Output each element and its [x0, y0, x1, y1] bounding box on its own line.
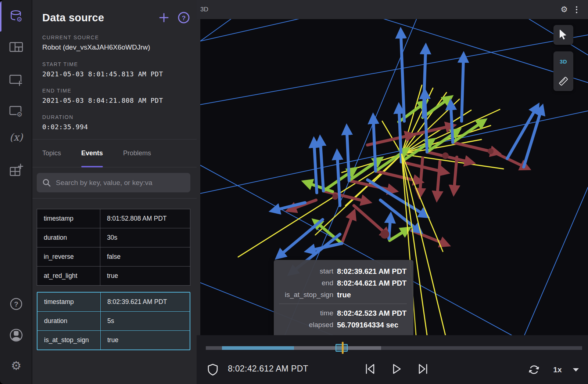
- sidebar-item-layouts[interactable]: [0, 40, 32, 54]
- play-button[interactable]: [389, 361, 404, 377]
- end-time-value: 2021-05-03 8:04:21.808 AM PDT: [42, 97, 187, 104]
- svg-text:⚙: ⚙: [16, 16, 22, 23]
- tooltip-label: start: [279, 265, 333, 277]
- sidebar-item-help[interactable]: ?: [0, 297, 32, 311]
- viewport-title: 3D: [200, 6, 558, 13]
- end-time-label: END TIME: [42, 88, 187, 94]
- sidebar-item-account[interactable]: [0, 327, 32, 343]
- mode-3d-label: 3D: [560, 58, 567, 65]
- sidebar-item-extensions[interactable]: [0, 163, 32, 179]
- event-row: timestamp 8:01:52.808 AM PDT: [37, 209, 190, 228]
- event-row: is_at_stop_sign true: [37, 330, 190, 349]
- tooltip-value: 8:02:39.621 AM PDT: [337, 265, 407, 277]
- chevron-down-icon: [573, 368, 579, 372]
- skip-back-icon: [364, 363, 376, 375]
- seek-forward-button[interactable]: [416, 361, 430, 377]
- help-icon: ?: [9, 297, 24, 311]
- event-row: duration 5s: [37, 311, 190, 330]
- shield-icon: [207, 363, 218, 376]
- current-source-value: Robot (dev_vsXaJAH6X6oWDJrw): [42, 43, 187, 51]
- event-value: true: [100, 267, 190, 285]
- layout-icon: [9, 40, 24, 54]
- playback-bar: 8:02:42.612 AM PDT: [197, 335, 588, 384]
- playback-speed-button[interactable]: 1x: [546, 362, 569, 377]
- settings-gear-icon: ⚙: [11, 360, 22, 372]
- start-time-label: START TIME: [42, 61, 187, 67]
- tab-events[interactable]: Events: [81, 140, 103, 167]
- tab-problems[interactable]: Problems: [123, 140, 151, 167]
- sidebar: ⚙: [0, 0, 32, 384]
- svg-text:⚙: ⚙: [17, 111, 22, 118]
- search-box[interactable]: [37, 173, 190, 192]
- account-icon: [8, 327, 24, 343]
- select-tool-button[interactable]: [553, 25, 573, 45]
- event-row: at_red_light true: [37, 266, 190, 285]
- start-time-value: 2021-05-03 8:01:45.813 AM PDT: [42, 70, 187, 78]
- event-card-selected[interactable]: timestamp 8:02:39.621 AM PDT duration 5s…: [37, 292, 190, 350]
- help-button[interactable]: ?: [177, 11, 190, 24]
- viewport-3d[interactable]: 3D: [197, 19, 588, 335]
- event-value: 8:02:39.621 AM PDT: [101, 293, 190, 311]
- cursor-icon: [559, 30, 568, 40]
- event-value: false: [100, 247, 190, 266]
- seek-buttons: [363, 361, 430, 377]
- sidebar-item-data-source[interactable]: ⚙: [0, 9, 32, 24]
- duration-value: 0:02:35.994: [42, 123, 187, 131]
- event-value: true: [101, 331, 190, 349]
- panel-settings-button[interactable]: ⚙: [558, 3, 570, 16]
- app-window: ⚙: [0, 0, 588, 384]
- event-key: duration: [37, 312, 101, 330]
- tab-topics[interactable]: Topics: [42, 140, 61, 167]
- viewport-toolbar: 3D: [553, 25, 573, 91]
- event-key: is_at_stop_sign: [37, 331, 101, 349]
- tooltip-label: elapsed: [279, 319, 333, 331]
- event-card[interactable]: timestamp 8:01:52.808 AM PDT duration 30…: [37, 209, 190, 286]
- events-list: timestamp 8:01:52.808 AM PDT duration 30…: [32, 199, 197, 356]
- panel-title: Data source: [42, 12, 157, 24]
- tooltip-label: end: [279, 277, 333, 289]
- panel-tabs: Topics Events Problems: [32, 139, 197, 167]
- add-data-source-button[interactable]: [157, 11, 171, 24]
- playback-controls: 8:02:42.612 AM PDT: [197, 361, 588, 378]
- sidebar-item-panel-settings[interactable]: ⚙: [0, 103, 32, 119]
- event-key: timestamp: [37, 209, 100, 228]
- panel-settings-icon: ⚙: [8, 103, 24, 119]
- current-source-label: CURRENT SOURCE: [42, 35, 187, 40]
- event-value: 30s: [100, 228, 190, 247]
- speed-dropdown-button[interactable]: [570, 362, 582, 377]
- camera-mode-button[interactable]: 3D: [553, 51, 573, 71]
- timeline-segment: [381, 346, 582, 350]
- timeline-segment: [222, 346, 294, 350]
- svg-text:?: ?: [14, 300, 18, 308]
- extensions-icon: [8, 163, 24, 179]
- event-row: timestamp 8:02:39.621 AM PDT: [37, 293, 190, 311]
- tooltip-value: 8:02:44.621 AM PDT: [337, 277, 407, 289]
- search-row: [32, 167, 197, 199]
- timeline-track[interactable]: [206, 346, 582, 350]
- event-key: duration: [37, 228, 100, 247]
- playhead[interactable]: [342, 342, 344, 354]
- timeline-segment: [206, 346, 222, 350]
- add-panel-icon: [8, 72, 24, 88]
- tooltip-value: true: [337, 289, 407, 301]
- event-key: at_red_light: [37, 267, 100, 285]
- event-row: in_reverse false: [37, 247, 190, 266]
- question-circle-icon: ?: [178, 11, 190, 24]
- panel-menu-button[interactable]: [570, 3, 583, 16]
- svg-text:?: ?: [182, 15, 186, 22]
- data-security-button[interactable]: [206, 362, 219, 377]
- play-icon: [390, 363, 403, 375]
- sidebar-item-add-panel[interactable]: [0, 72, 32, 88]
- kebab-menu-icon: [576, 6, 577, 13]
- ruler-icon: [557, 75, 569, 87]
- seek-backward-button[interactable]: [363, 361, 377, 377]
- loop-button[interactable]: [526, 362, 542, 377]
- search-input[interactable]: [56, 179, 185, 187]
- data-source-icon: ⚙: [8, 9, 24, 24]
- data-source-panel: Data source ? CURRENT SOURCE Robot (dev_…: [32, 0, 197, 384]
- search-icon: [42, 178, 51, 188]
- sidebar-item-variables[interactable]: (x): [0, 131, 32, 143]
- measure-tool-button[interactable]: [553, 71, 573, 91]
- sidebar-item-settings[interactable]: ⚙: [0, 360, 32, 372]
- source-meta: CURRENT SOURCE Robot (dev_vsXaJAH6X6oWDJ…: [32, 24, 197, 138]
